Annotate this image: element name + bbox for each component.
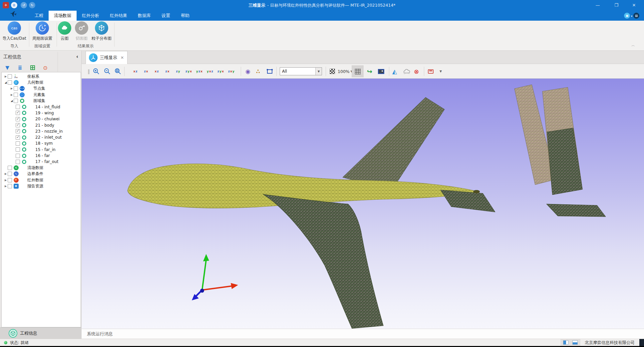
periodic-surface-button[interactable]: 周期面设置 (28, 21, 57, 41)
list-view-icon[interactable]: ≣ (16, 64, 24, 71)
expander-icon[interactable]: ▶ (4, 179, 8, 182)
view-iso-4-button[interactable]: zxy (226, 67, 236, 76)
menu-tab-help[interactable]: 帮助 (175, 11, 195, 21)
tree-item-far[interactable]: 16 - far (2, 153, 81, 159)
ribbon-collapse-icon[interactable]: ︿ (631, 43, 635, 48)
checkbox[interactable] (14, 99, 18, 103)
checkbox[interactable] (8, 74, 12, 79)
tree-item-wing[interactable]: 19 - wing (2, 110, 81, 116)
expander-icon[interactable]: ◢ (10, 99, 14, 102)
expander-icon[interactable]: ◢ (4, 81, 8, 84)
checkbox[interactable] (16, 129, 20, 133)
checkbox[interactable] (8, 166, 12, 170)
layout-left-panel-icon[interactable] (563, 340, 568, 345)
tab-3d-display[interactable]: 三维显示 ✕ (86, 51, 128, 64)
layout-bottom-panel-icon[interactable] (572, 340, 578, 345)
export-arrow-icon[interactable]: ↪ (367, 67, 372, 76)
view-iso-1-button[interactable]: yzx (194, 67, 204, 76)
chevron-down-icon[interactable]: ▾ (631, 15, 632, 21)
tree-item-geometry-data[interactable]: ◢ △ 几何数据 (2, 79, 81, 85)
view-iso-3-button[interactable]: zyx (216, 67, 226, 76)
checkbox[interactable] (8, 172, 12, 176)
menu-tab-settings[interactable]: 设置 (156, 11, 175, 21)
tree-item-chuiwei[interactable]: 20 - chuiwei (2, 116, 81, 122)
panel-footer-tab[interactable]: 工程信息 (0, 327, 82, 339)
close-button[interactable]: ✕ (627, 0, 641, 10)
tree-item-face-set[interactable]: ◢ 面域集 (2, 98, 81, 104)
export-package-icon[interactable] (428, 67, 434, 76)
target-icon[interactable]: ⊙ (41, 64, 49, 71)
tree-item-sym[interactable]: 18 - sym (2, 140, 81, 146)
checkbox[interactable] (8, 184, 12, 188)
view-front-button[interactable]: xz (131, 67, 141, 76)
mirror-icon[interactable]: ◭ (392, 67, 397, 76)
minimize-button[interactable]: — (590, 0, 605, 10)
opacity-level-dropdown[interactable]: 100% ▼ (338, 67, 353, 76)
maximize-button[interactable]: ❐ (609, 0, 624, 10)
expander-icon[interactable]: ▶ (4, 185, 8, 188)
checkbox[interactable] (16, 135, 20, 140)
delete-icon[interactable]: ⊗ (414, 67, 419, 76)
box-select-icon[interactable] (267, 67, 272, 76)
contour-map-button[interactable]: 云图 (56, 21, 73, 41)
snapshot-icon[interactable] (378, 67, 384, 76)
expander-icon[interactable]: ▶ (10, 87, 14, 90)
tab-close-icon[interactable]: ✕ (121, 55, 124, 60)
chevron-down-icon[interactable]: ▼ (440, 67, 442, 76)
view-left-button[interactable]: xz (152, 67, 162, 76)
expander-icon[interactable]: ▶ (4, 172, 8, 175)
manual-book-icon[interactable]: ▤ (633, 13, 639, 19)
checkbox[interactable] (8, 178, 12, 182)
grid-view-icon[interactable] (29, 64, 37, 71)
transparency-pattern-icon[interactable] (330, 67, 335, 76)
particles-icon[interactable]: ∴ (256, 67, 260, 76)
menu-tab-infrared-analysis[interactable]: 红外分析 (77, 11, 105, 21)
zoom-fit-icon[interactable] (114, 67, 122, 76)
import-cas-dat-button[interactable]: cas 导入Cas/Dat (0, 21, 29, 41)
tree-item-element-set[interactable]: ▶ ◌ 元素集 (2, 92, 81, 98)
tree-item-flowfield-data[interactable]: < 流场数据 (2, 165, 81, 171)
smooth-surface-icon[interactable] (403, 67, 411, 76)
tree-item-boundary-conditions[interactable]: ▶ ∿ 边界条件 (2, 171, 81, 177)
zoom-out-icon[interactable] (104, 67, 111, 76)
menu-tab-engineering[interactable]: 工程 (29, 11, 49, 21)
checkbox[interactable] (16, 117, 20, 121)
checkbox[interactable] (14, 86, 18, 91)
camera-view-icon[interactable]: ◉ (245, 67, 250, 76)
tree-item-body[interactable]: 21 - body (2, 122, 81, 128)
menu-tab-flowfield-data[interactable]: 流场数据 (49, 11, 77, 21)
zoom-in-icon[interactable] (93, 67, 100, 76)
expander-icon[interactable]: ▶ (4, 75, 8, 78)
view-iso-2-button[interactable]: yxz (205, 67, 215, 76)
tab-scroll-left-icon[interactable]: ‹ (74, 53, 81, 61)
display-filter-combobox[interactable]: All ▼ (280, 67, 322, 75)
tree-item-infrared-data[interactable]: ▶ ✳ 红外数据 (2, 177, 81, 183)
combobox-dropdown-icon[interactable]: ▼ (315, 68, 322, 75)
3d-viewport[interactable] (82, 79, 644, 329)
tree-item-inlet-out[interactable]: 22 - inlet_out (2, 134, 81, 140)
expander-icon[interactable]: ▶ (10, 93, 14, 96)
view-back-button[interactable]: zx (141, 67, 151, 76)
tree-item-node-set[interactable]: ▶ •–• 节点集 (2, 86, 81, 92)
tree-item-nozzle-in[interactable]: 23 - nozzle_in (2, 128, 81, 134)
mesh-toggle-button[interactable] (352, 65, 364, 77)
checkbox[interactable] (16, 160, 20, 164)
toolbar-drag-handle[interactable]: ‖ (88, 67, 90, 76)
filter-icon[interactable]: ▼ (3, 64, 11, 71)
tree-item-coordinate-system[interactable]: ▶ YZX 坐标系 (2, 73, 81, 79)
tree-item-far-in[interactable]: 15 - far_in (2, 147, 81, 153)
checkbox[interactable] (16, 105, 20, 109)
checkbox[interactable] (8, 80, 12, 85)
particle-distribution-button[interactable]: 粒子分布图 (87, 21, 116, 41)
checkbox[interactable] (16, 154, 20, 158)
tree-item-far-out[interactable]: 17 - far_out (2, 159, 81, 165)
quick-view-icon[interactable]: ▣ (624, 13, 630, 19)
menu-tab-infrared-results[interactable]: 红外结果 (105, 11, 133, 21)
checkbox[interactable] (16, 141, 20, 146)
checkbox[interactable] (16, 123, 20, 127)
checkbox[interactable] (14, 93, 18, 97)
view-right-button[interactable]: zx (162, 67, 172, 76)
tree-item-int-fluid[interactable]: 14 - int_fluid (2, 104, 81, 110)
view-top-button[interactable]: zy (173, 67, 183, 76)
checkbox[interactable] (16, 147, 20, 152)
